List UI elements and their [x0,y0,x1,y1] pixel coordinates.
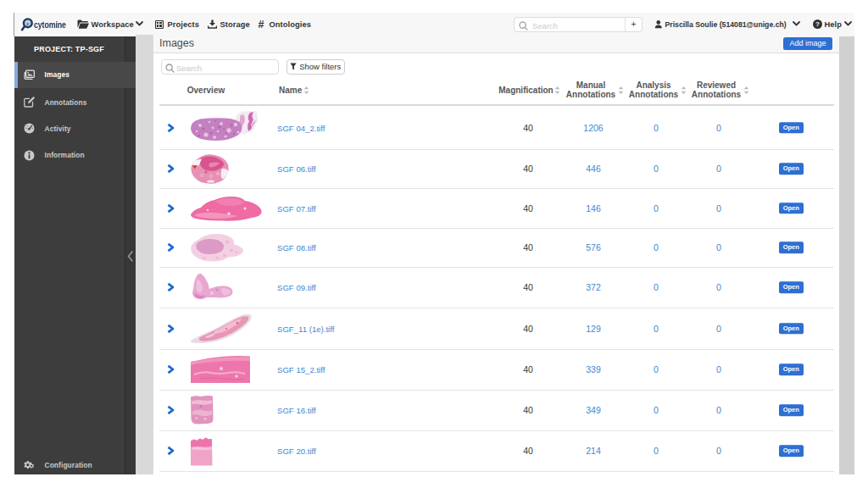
svg-text:?: ? [815,20,820,28]
svg-text:c: c [26,21,29,26]
